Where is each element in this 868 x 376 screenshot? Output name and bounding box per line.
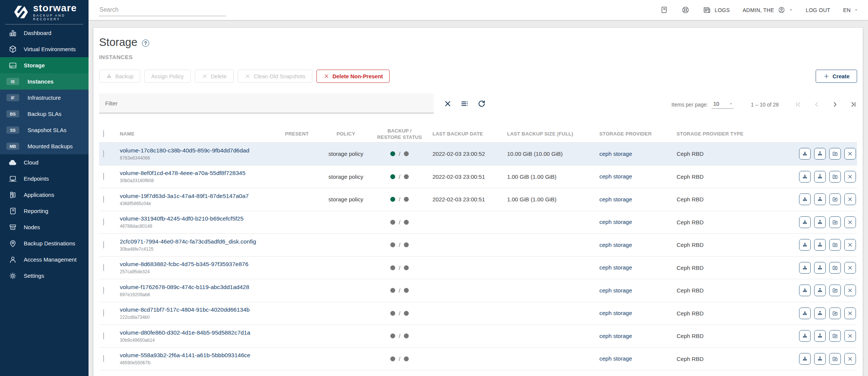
help-lifebuoy-icon[interactable] — [681, 6, 690, 14]
row-restore-button[interactable] — [814, 353, 826, 365]
logs-button[interactable]: LOGS — [703, 6, 730, 14]
row-backup-button[interactable] — [799, 239, 811, 251]
row-restore-button[interactable] — [814, 216, 826, 228]
next-page-button[interactable] — [831, 101, 839, 108]
row-checkbox[interactable] — [103, 309, 104, 317]
row-mount-button[interactable] — [829, 171, 841, 183]
items-per-page-select[interactable]: 10 — [712, 100, 734, 109]
refresh-icon[interactable] — [477, 99, 486, 108]
row-restore-button[interactable] — [814, 285, 826, 296]
page-help-icon[interactable]: ? — [142, 40, 149, 47]
sidebar-item-backup-destinations[interactable]: Backup Destinations — [0, 235, 89, 251]
row-delete-button[interactable] — [844, 193, 856, 205]
prev-page-button[interactable] — [813, 101, 820, 108]
instance-name-link[interactable]: volume-8d683882-fcbc-4d75-b345-97f35937e… — [120, 261, 248, 268]
row-mount-button[interactable] — [829, 353, 841, 365]
row-mount-button[interactable] — [829, 216, 841, 228]
row-mount-button[interactable] — [829, 239, 841, 251]
row-backup-button[interactable] — [799, 330, 811, 342]
sidebar-item-endpoints[interactable]: Endpoints — [0, 170, 89, 187]
instance-name-link[interactable]: 2cfc0971-7994-46e0-874c-fa73cd5adfd6_dis… — [120, 238, 256, 245]
user-menu[interactable]: ADMIN, THE — [743, 6, 793, 14]
select-all-checkbox[interactable] — [103, 130, 104, 137]
sidebar-item-mounted-backups[interactable]: MBMounted Backups — [0, 138, 89, 154]
row-mount-button[interactable] — [829, 193, 841, 205]
row-backup-button[interactable] — [799, 148, 811, 160]
row-backup-button[interactable] — [799, 262, 811, 274]
row-mount-button[interactable] — [829, 148, 841, 160]
row-delete-button[interactable] — [844, 239, 856, 251]
search-input[interactable] — [99, 4, 226, 16]
sidebar-item-applications[interactable]: Applications — [0, 187, 89, 203]
storage-provider-link[interactable]: ceph storage — [599, 196, 632, 202]
assign-policy-button[interactable]: Assign Policy — [144, 70, 190, 83]
logout-button[interactable]: LOG OUT — [806, 7, 830, 13]
row-checkbox[interactable] — [103, 173, 104, 180]
row-mount-button[interactable] — [829, 262, 841, 274]
instance-name-link[interactable]: volume-331940fb-4245-4df0-b210-b69cefcf5… — [120, 215, 243, 222]
instance-name-link[interactable]: volume-558a93b2-2f6a-4141-a61b-5bbb09314… — [120, 352, 250, 359]
row-delete-button[interactable] — [844, 216, 856, 228]
row-backup-button[interactable] — [799, 285, 811, 296]
sidebar-item-nodes[interactable]: Nodes — [0, 219, 89, 235]
row-restore-button[interactable] — [814, 262, 826, 274]
row-restore-button[interactable] — [814, 148, 826, 160]
row-checkbox[interactable] — [103, 150, 104, 157]
instance-name-link[interactable]: volume-8cd71bf7-517c-4804-91bc-4020dd661… — [120, 306, 250, 313]
row-delete-button[interactable] — [844, 353, 856, 365]
row-backup-button[interactable] — [799, 171, 811, 183]
row-checkbox[interactable] — [103, 287, 104, 294]
sidebar-item-virtual-environments[interactable]: Virtual Environments — [0, 41, 89, 57]
sidebar-item-infrastructure[interactable]: IFInfrastructure — [0, 90, 89, 106]
clear-filter-icon[interactable] — [443, 99, 452, 108]
row-delete-button[interactable] — [844, 285, 856, 296]
last-page-button[interactable] — [850, 101, 857, 108]
row-backup-button[interactable] — [799, 193, 811, 205]
clean-old-snapshots-button[interactable]: Clean Old Snapshots — [238, 70, 312, 83]
storage-provider-link[interactable]: ceph storage — [599, 310, 632, 316]
sidebar-item-instances[interactable]: ISInstances — [0, 73, 89, 90]
storage-provider-link[interactable]: ceph storage — [599, 355, 632, 362]
storage-provider-link[interactable]: ceph storage — [599, 219, 632, 225]
columns-list-icon[interactable] — [460, 99, 469, 108]
sidebar-item-reporting[interactable]: Reporting — [0, 203, 89, 219]
sidebar-item-snapshot-slas[interactable]: SSSnapshot SLAs — [0, 122, 89, 138]
instance-name-link[interactable]: volume-19f7d63d-3a1c-47a4-89f1-87de5147a… — [120, 193, 249, 199]
instance-name-link[interactable]: volume-8ef0f1cd-e478-4eee-a70a-55df8f728… — [120, 170, 246, 177]
storage-provider-link[interactable]: ceph storage — [599, 287, 632, 294]
row-restore-button[interactable] — [814, 330, 826, 342]
language-menu[interactable]: EN — [843, 7, 858, 13]
instance-name-link[interactable]: volume-f1762678-089c-474c-b119-abc3dd1ad… — [120, 284, 249, 291]
sidebar-item-dashboard[interactable]: Dashboard — [0, 25, 89, 41]
row-checkbox[interactable] — [103, 218, 104, 225]
row-mount-button[interactable] — [829, 285, 841, 296]
storage-provider-link[interactable]: ceph storage — [599, 333, 632, 339]
instance-name-link[interactable]: volume-17c8c180-c38b-40d5-859c-9fb4dd7d6… — [120, 147, 249, 154]
delete-non-present-button[interactable]: Delete Non-Present — [316, 70, 390, 83]
row-checkbox[interactable] — [103, 332, 104, 339]
report-scroll-icon[interactable] — [660, 6, 668, 14]
create-button[interactable]: Create — [816, 70, 857, 83]
storage-provider-link[interactable]: ceph storage — [599, 173, 632, 180]
backup-button[interactable]: Backup — [99, 70, 140, 83]
row-backup-button[interactable] — [799, 216, 811, 228]
row-delete-button[interactable] — [844, 262, 856, 274]
sidebar-item-storage[interactable]: Storage — [0, 57, 89, 73]
row-delete-button[interactable] — [844, 148, 856, 160]
row-backup-button[interactable] — [799, 353, 811, 365]
sidebar-item-backup-slas[interactable]: BSBackup SLAs — [0, 106, 89, 122]
first-page-button[interactable] — [795, 101, 802, 108]
row-restore-button[interactable] — [814, 171, 826, 183]
row-checkbox[interactable] — [103, 196, 104, 203]
row-mount-button[interactable] — [829, 307, 841, 319]
instance-name-link[interactable]: volume-d80fe860-d302-4d1e-84b5-95d5882c7… — [120, 329, 250, 336]
row-delete-button[interactable] — [844, 330, 856, 342]
row-restore-button[interactable] — [814, 307, 826, 319]
row-mount-button[interactable] — [829, 330, 841, 342]
row-checkbox[interactable] — [103, 355, 104, 362]
storage-provider-link[interactable]: ceph storage — [599, 264, 632, 271]
row-checkbox[interactable] — [103, 241, 104, 248]
filter-input[interactable] — [99, 100, 434, 107]
sidebar-item-settings[interactable]: Settings — [0, 268, 89, 284]
row-backup-button[interactable] — [799, 307, 811, 319]
